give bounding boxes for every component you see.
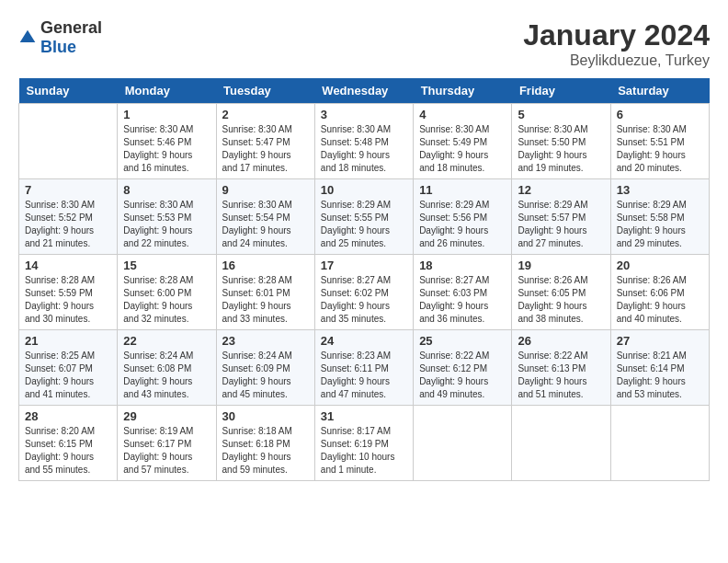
day-number: 13 [617, 183, 703, 197]
day-info: Sunrise: 8:22 AM Sunset: 6:12 PM Dayligh… [419, 350, 506, 401]
day-number: 3 [321, 108, 407, 121]
day-cell: 18Sunrise: 8:27 AM Sunset: 6:03 PM Dayli… [414, 255, 512, 330]
day-number: 2 [222, 108, 309, 121]
day-number: 11 [419, 183, 506, 197]
day-number: 15 [123, 259, 210, 272]
day-info: Sunrise: 8:30 AM Sunset: 5:53 PM Dayligh… [123, 199, 210, 250]
day-cell: 21Sunrise: 8:25 AM Sunset: 6:07 PM Dayli… [19, 330, 118, 406]
day-cell: 10Sunrise: 8:29 AM Sunset: 5:55 PM Dayli… [314, 179, 413, 255]
day-info: Sunrise: 8:17 AM Sunset: 6:19 PM Dayligh… [321, 425, 407, 477]
day-cell: 29Sunrise: 8:19 AM Sunset: 6:17 PM Dayli… [118, 406, 216, 481]
day-info: Sunrise: 8:28 AM Sunset: 5:59 PM Dayligh… [25, 274, 111, 326]
day-cell: 31Sunrise: 8:17 AM Sunset: 6:19 PM Dayli… [314, 406, 413, 481]
day-cell: 30Sunrise: 8:18 AM Sunset: 6:18 PM Dayli… [216, 406, 314, 481]
week-row-4: 21Sunrise: 8:25 AM Sunset: 6:07 PM Dayli… [19, 330, 710, 406]
day-info: Sunrise: 8:26 AM Sunset: 6:06 PM Dayligh… [617, 274, 703, 326]
day-cell: 9Sunrise: 8:30 AM Sunset: 5:54 PM Daylig… [216, 179, 314, 255]
logo-icon [18, 29, 37, 47]
day-info: Sunrise: 8:23 AM Sunset: 6:11 PM Dayligh… [321, 350, 407, 401]
col-header-thursday: Thursday [414, 78, 512, 104]
day-number: 30 [222, 409, 309, 423]
logo: General Blue [18, 18, 102, 57]
day-info: Sunrise: 8:29 AM Sunset: 5:57 PM Dayligh… [518, 199, 604, 250]
day-number: 24 [321, 334, 407, 348]
calendar-header-row: SundayMondayTuesdayWednesdayThursdayFrid… [19, 78, 710, 104]
week-row-3: 14Sunrise: 8:28 AM Sunset: 5:59 PM Dayli… [19, 255, 710, 330]
day-cell: 2Sunrise: 8:30 AM Sunset: 5:47 PM Daylig… [216, 104, 314, 179]
page-header: General Blue January 2024 Beylikduezue, … [18, 18, 710, 69]
day-number: 10 [321, 183, 407, 197]
day-info: Sunrise: 8:30 AM Sunset: 5:49 PM Dayligh… [419, 123, 506, 175]
day-number: 5 [518, 108, 604, 121]
title-area: January 2024 Beylikduezue, Turkey [523, 18, 710, 69]
day-info: Sunrise: 8:30 AM Sunset: 5:52 PM Dayligh… [25, 199, 111, 250]
day-number: 14 [25, 259, 111, 272]
day-cell: 4Sunrise: 8:30 AM Sunset: 5:49 PM Daylig… [414, 104, 512, 179]
logo-blue: Blue [40, 38, 76, 56]
day-info: Sunrise: 8:30 AM Sunset: 5:48 PM Dayligh… [321, 123, 407, 175]
day-number: 31 [321, 409, 407, 423]
day-info: Sunrise: 8:27 AM Sunset: 6:02 PM Dayligh… [321, 274, 407, 326]
day-number: 20 [617, 259, 703, 272]
day-number: 1 [123, 108, 210, 121]
day-cell: 22Sunrise: 8:24 AM Sunset: 6:08 PM Dayli… [118, 330, 216, 406]
day-info: Sunrise: 8:26 AM Sunset: 6:05 PM Dayligh… [518, 274, 604, 326]
col-header-saturday: Saturday [610, 78, 709, 104]
day-number: 26 [518, 334, 604, 348]
day-info: Sunrise: 8:24 AM Sunset: 6:08 PM Dayligh… [123, 350, 210, 401]
day-cell: 19Sunrise: 8:26 AM Sunset: 6:05 PM Dayli… [512, 255, 610, 330]
day-info: Sunrise: 8:24 AM Sunset: 6:09 PM Dayligh… [222, 350, 309, 401]
day-info: Sunrise: 8:20 AM Sunset: 6:15 PM Dayligh… [25, 425, 111, 477]
day-cell: 11Sunrise: 8:29 AM Sunset: 5:56 PM Dayli… [414, 179, 512, 255]
col-header-monday: Monday [118, 78, 216, 104]
day-info: Sunrise: 8:21 AM Sunset: 6:14 PM Dayligh… [617, 350, 703, 401]
day-info: Sunrise: 8:25 AM Sunset: 6:07 PM Dayligh… [25, 350, 111, 401]
day-number: 21 [25, 334, 111, 348]
day-cell: 28Sunrise: 8:20 AM Sunset: 6:15 PM Dayli… [19, 406, 118, 481]
day-info: Sunrise: 8:30 AM Sunset: 5:47 PM Dayligh… [222, 123, 309, 175]
day-cell: 27Sunrise: 8:21 AM Sunset: 6:14 PM Dayli… [610, 330, 709, 406]
week-row-5: 28Sunrise: 8:20 AM Sunset: 6:15 PM Dayli… [19, 406, 710, 481]
day-cell: 20Sunrise: 8:26 AM Sunset: 6:06 PM Dayli… [610, 255, 709, 330]
day-cell [414, 406, 512, 481]
day-info: Sunrise: 8:18 AM Sunset: 6:18 PM Dayligh… [222, 425, 309, 477]
day-info: Sunrise: 8:30 AM Sunset: 5:50 PM Dayligh… [518, 123, 604, 175]
day-info: Sunrise: 8:30 AM Sunset: 5:51 PM Dayligh… [617, 123, 703, 175]
day-number: 28 [25, 409, 111, 423]
day-cell: 8Sunrise: 8:30 AM Sunset: 5:53 PM Daylig… [118, 179, 216, 255]
day-info: Sunrise: 8:29 AM Sunset: 5:58 PM Dayligh… [617, 199, 703, 250]
day-number: 17 [321, 259, 407, 272]
day-number: 22 [123, 334, 210, 348]
col-header-tuesday: Tuesday [216, 78, 314, 104]
day-cell: 3Sunrise: 8:30 AM Sunset: 5:48 PM Daylig… [314, 104, 413, 179]
day-number: 6 [617, 108, 703, 121]
calendar-table: SundayMondayTuesdayWednesdayThursdayFrid… [18, 78, 710, 481]
col-header-sunday: Sunday [19, 78, 118, 104]
day-cell: 16Sunrise: 8:28 AM Sunset: 6:01 PM Dayli… [216, 255, 314, 330]
day-cell [610, 406, 709, 481]
day-cell: 17Sunrise: 8:27 AM Sunset: 6:02 PM Dayli… [314, 255, 413, 330]
day-number: 9 [222, 183, 309, 197]
col-header-wednesday: Wednesday [314, 78, 413, 104]
day-info: Sunrise: 8:19 AM Sunset: 6:17 PM Dayligh… [123, 425, 210, 477]
day-cell: 5Sunrise: 8:30 AM Sunset: 5:50 PM Daylig… [512, 104, 610, 179]
week-row-1: 1Sunrise: 8:30 AM Sunset: 5:46 PM Daylig… [19, 104, 710, 179]
month-title: January 2024 [523, 18, 710, 52]
day-number: 8 [123, 183, 210, 197]
svg-marker-0 [20, 30, 36, 42]
logo-general: General [40, 18, 102, 37]
day-cell: 15Sunrise: 8:28 AM Sunset: 6:00 PM Dayli… [118, 255, 216, 330]
location-title: Beylikduezue, Turkey [523, 52, 710, 69]
day-number: 12 [518, 183, 604, 197]
day-info: Sunrise: 8:28 AM Sunset: 6:01 PM Dayligh… [222, 274, 309, 326]
day-number: 7 [25, 183, 111, 197]
day-number: 25 [419, 334, 506, 348]
day-number: 18 [419, 259, 506, 272]
day-info: Sunrise: 8:22 AM Sunset: 6:13 PM Dayligh… [518, 350, 604, 401]
day-cell: 7Sunrise: 8:30 AM Sunset: 5:52 PM Daylig… [19, 179, 118, 255]
day-info: Sunrise: 8:30 AM Sunset: 5:54 PM Dayligh… [222, 199, 309, 250]
day-info: Sunrise: 8:28 AM Sunset: 6:00 PM Dayligh… [123, 274, 210, 326]
day-info: Sunrise: 8:27 AM Sunset: 6:03 PM Dayligh… [419, 274, 506, 326]
day-number: 27 [617, 334, 703, 348]
day-cell: 6Sunrise: 8:30 AM Sunset: 5:51 PM Daylig… [610, 104, 709, 179]
